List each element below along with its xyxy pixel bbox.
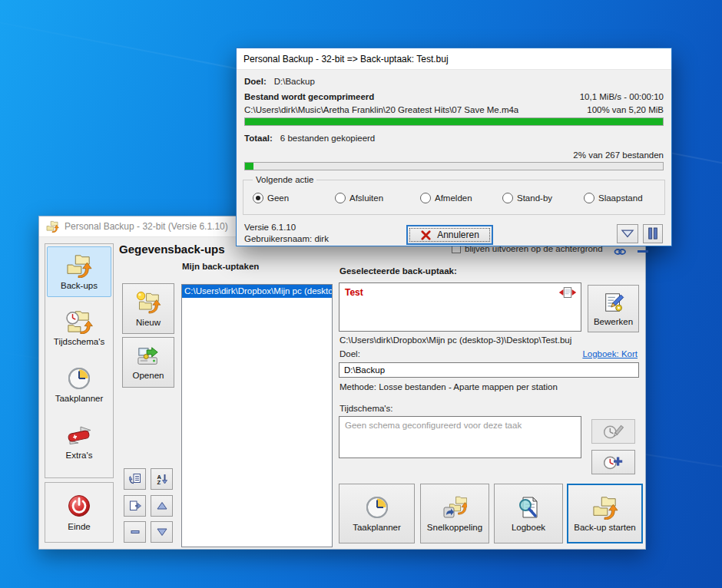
pause-button[interactable] (643, 224, 663, 243)
openen-label: Openen (133, 371, 164, 380)
file-progress-fill (245, 118, 663, 125)
current-file-path: C:\Users\dirk\Music\Aretha Franklin\20 G… (244, 105, 518, 114)
arrow-up-icon (156, 500, 168, 512)
main-window-title: Personal Backup - 32-bit (Versie 6.1.10) (65, 221, 228, 232)
sidebar-item-label: Back-ups (61, 281, 98, 290)
backup-folders-icon (65, 253, 93, 278)
pause-icon (644, 225, 662, 243)
bewerken-button[interactable]: Bewerken (588, 285, 639, 332)
schedule-clock-folder-icon (65, 309, 93, 334)
radio-label: Afsluiten (349, 193, 383, 203)
backup-starten-button[interactable]: Back-up starten (567, 484, 643, 543)
move-down-button[interactable] (151, 521, 173, 543)
dialog-doel-value: D:\Backup (274, 77, 315, 86)
backup-folders-icon (591, 495, 619, 520)
radio-dot-icon[interactable] (420, 193, 431, 203)
status-text: Bestand wordt gecomprimeerd (244, 92, 374, 101)
desktop: Personal Backup - 32-bit (Versie 6.1.10)… (0, 0, 722, 588)
task-listbox[interactable]: C:\Users\dirk\Dropbox\Mijn pc (deskto (181, 284, 333, 547)
selected-task-name: Test (345, 287, 363, 298)
sidebar-item-taakplanner[interactable]: Taakplanner (47, 359, 111, 410)
sidebar-item-label: Taakplanner (55, 394, 104, 403)
taakplanner-button[interactable]: Taakplanner (339, 484, 415, 543)
sidebar-item-backups[interactable]: Back-ups (47, 246, 111, 297)
backup-starten-label: Back-up starten (574, 523, 636, 532)
logboek-button[interactable]: Logboek (494, 484, 563, 543)
snelkoppeling-button[interactable]: Snelkoppeling (420, 484, 489, 543)
total-progress-fill (245, 163, 253, 170)
annuleren-button[interactable]: Annuleren (406, 225, 493, 245)
doel-input[interactable]: D:\Backup (339, 362, 639, 378)
sidebar-item-label: Extra's (66, 451, 93, 460)
move-up-button[interactable] (151, 495, 173, 517)
nieuw-button[interactable]: Nieuw (122, 283, 174, 334)
triangle-down-icon (618, 225, 637, 243)
export-task-button[interactable] (124, 495, 146, 517)
sidebar: Back-ups Tijdschema's Taakplanner Extra'… (45, 243, 114, 478)
taakplanner-label: Taakplanner (353, 523, 401, 532)
einde-button[interactable]: Einde (45, 483, 113, 542)
radio-afmelden[interactable]: Afmelden (420, 193, 472, 203)
dialog-titlebar[interactable]: Personal Backup - 32-bit => Back-uptaak:… (237, 48, 671, 70)
openen-button[interactable]: Openen (122, 337, 174, 388)
red-x-icon (420, 230, 432, 241)
radio-dot-icon[interactable] (253, 193, 263, 203)
sidebar-item-extras[interactable]: Extra's (47, 416, 111, 467)
clock-icon (365, 495, 389, 520)
selected-task-label: Geselecteerde back-uptaak: (339, 266, 457, 276)
page-title: Gegevensback-ups (119, 243, 225, 256)
speed-text: 10,1 MiB/s - 00:00:10 (580, 92, 664, 101)
next-action-group-label: Volgende actie (253, 175, 316, 184)
open-task-icon (136, 345, 161, 368)
radio-label: Geen (267, 193, 289, 203)
einde-panel: Einde (45, 482, 114, 543)
schedule-box: Geen schema geconfigureerd voor deze taa… (339, 416, 581, 458)
add-schedule-button[interactable] (591, 450, 635, 474)
tijdschemas-label: Tijdschema's: (339, 404, 393, 413)
dialog-doel-label: Doel: (244, 77, 267, 86)
total-progress-text: 2% van 267 bestanden (573, 150, 664, 160)
radio-geen[interactable]: Geen (253, 193, 289, 203)
radio-label: Stand-by (517, 193, 552, 203)
main-window: Personal Backup - 32-bit (Versie 6.1.10)… (38, 216, 646, 550)
remove-task-button[interactable] (124, 521, 146, 543)
radio-dot-icon[interactable] (335, 193, 346, 203)
sidebar-item-tijdschemas[interactable]: Tijdschema's (47, 302, 111, 353)
radio-slaapstand[interactable]: Slaapstand (584, 193, 643, 203)
radio-dot-icon[interactable] (502, 193, 513, 203)
power-icon (67, 494, 91, 518)
nieuw-label: Nieuw (136, 318, 161, 327)
username-text: Gebruikersnaam: dirk (244, 234, 329, 243)
link-icon[interactable] (614, 246, 626, 258)
collapse-icon[interactable] (638, 250, 648, 253)
version-text: Versie 6.1.10 (244, 223, 296, 232)
copy-task-button[interactable] (124, 468, 146, 490)
clock-plus-icon (603, 452, 624, 472)
magnifier-document-icon (516, 495, 541, 520)
methode-text: Methode: Losse bestanden - Aparte mappen… (339, 382, 558, 391)
logboek-kort-link[interactable]: Logboek: Kort (582, 349, 638, 358)
clock-edit-icon (603, 421, 624, 441)
radio-dot-icon[interactable] (584, 193, 594, 203)
compressed-task-icon (558, 286, 577, 299)
file-progress-text: 100% van 5,20 MiB (587, 105, 664, 114)
edit-notepad-icon (602, 291, 625, 314)
radio-standby[interactable]: Stand-by (502, 193, 552, 203)
copy-list-icon (129, 473, 141, 485)
sort-az-button[interactable] (151, 468, 173, 490)
snelkoppeling-label: Snelkoppeling (427, 523, 482, 532)
bewerken-label: Bewerken (594, 317, 633, 326)
annuleren-label: Annuleren (437, 230, 479, 240)
dialog-title: Personal Backup - 32-bit => Back-uptaak:… (243, 54, 449, 64)
radio-afsluiten[interactable]: Afsluiten (335, 193, 383, 203)
einde-label: Einde (68, 522, 90, 531)
minus-icon (129, 526, 141, 538)
totaal-label: Totaal: (244, 134, 273, 143)
next-action-group: Volgende actie Geen Afsluiten Afmelden S… (243, 180, 665, 215)
dropdown-button[interactable] (617, 224, 638, 243)
sidebar-item-label: Tijdschema's (54, 337, 104, 346)
new-task-icon (135, 290, 161, 315)
task-list-item[interactable]: C:\Users\dirk\Dropbox\Mijn pc (deskto (182, 285, 332, 298)
selected-task-path: C:\Users\dirk\Dropbox\Mijn pc (desktop-3… (339, 335, 571, 345)
app-icon (46, 220, 59, 233)
